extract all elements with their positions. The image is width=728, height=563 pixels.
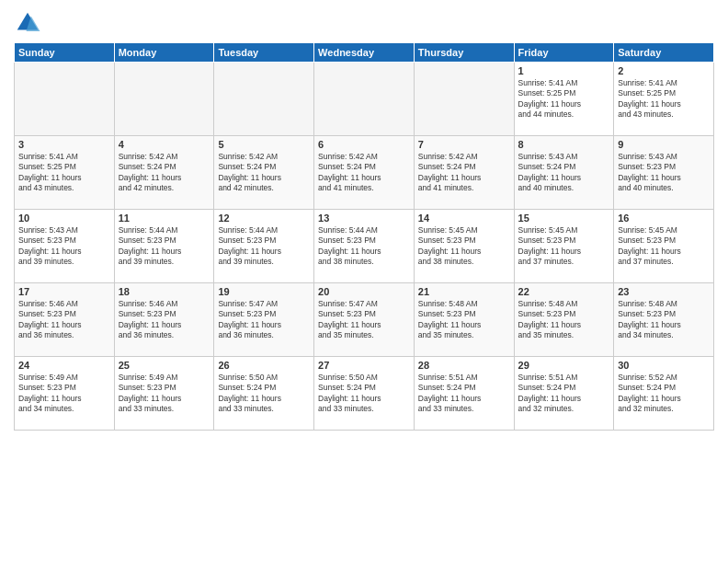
day-info: Sunrise: 5:49 AM Sunset: 5:23 PM Dayligh…: [119, 373, 210, 415]
day-info: Sunrise: 5:42 AM Sunset: 5:24 PM Dayligh…: [418, 152, 510, 194]
day-info: Sunrise: 5:50 AM Sunset: 5:24 PM Dayligh…: [218, 373, 310, 415]
page: SundayMondayTuesdayWednesdayThursdayFrid…: [0, 0, 728, 563]
day-cell: 27Sunrise: 5:50 AM Sunset: 5:24 PM Dayli…: [314, 357, 415, 431]
day-number: 20: [318, 286, 410, 297]
week-row-2: 3Sunrise: 5:41 AM Sunset: 5:25 PM Daylig…: [15, 136, 714, 210]
day-number: 22: [518, 286, 610, 297]
logo: [14, 9, 45, 37]
day-info: Sunrise: 5:42 AM Sunset: 5:24 PM Dayligh…: [119, 152, 210, 194]
day-number: 1: [518, 65, 610, 76]
day-number: 6: [318, 139, 410, 150]
day-number: 30: [618, 360, 710, 371]
day-info: Sunrise: 5:41 AM Sunset: 5:25 PM Dayligh…: [18, 152, 110, 194]
day-info: Sunrise: 5:45 AM Sunset: 5:23 PM Dayligh…: [618, 225, 710, 268]
header-row: SundayMondayTuesdayWednesdayThursdayFrid…: [15, 43, 714, 63]
day-number: 7: [418, 139, 510, 150]
day-cell: 30Sunrise: 5:52 AM Sunset: 5:24 PM Dayli…: [614, 357, 714, 431]
day-info: Sunrise: 5:48 AM Sunset: 5:23 PM Dayligh…: [418, 299, 510, 341]
header-cell-thursday: Thursday: [414, 43, 514, 63]
day-info: Sunrise: 5:51 AM Sunset: 5:24 PM Dayligh…: [418, 373, 510, 415]
day-cell: 11Sunrise: 5:44 AM Sunset: 5:23 PM Dayli…: [114, 210, 214, 283]
day-number: 13: [318, 213, 410, 224]
day-info: Sunrise: 5:46 AM Sunset: 5:23 PM Dayligh…: [18, 299, 110, 341]
header-cell-wednesday: Wednesday: [314, 43, 415, 63]
day-info: Sunrise: 5:47 AM Sunset: 5:23 PM Dayligh…: [318, 299, 410, 341]
day-number: 18: [119, 286, 210, 297]
day-info: Sunrise: 5:43 AM Sunset: 5:23 PM Dayligh…: [618, 152, 710, 194]
day-number: 11: [119, 213, 210, 224]
day-number: 14: [418, 213, 510, 224]
day-number: 29: [518, 360, 610, 371]
day-cell: 12Sunrise: 5:44 AM Sunset: 5:23 PM Dayli…: [214, 210, 314, 283]
day-number: 4: [119, 139, 210, 150]
day-cell: 28Sunrise: 5:51 AM Sunset: 5:24 PM Dayli…: [414, 357, 514, 431]
day-cell: 22Sunrise: 5:48 AM Sunset: 5:23 PM Dayli…: [514, 283, 614, 357]
day-cell: 5Sunrise: 5:42 AM Sunset: 5:24 PM Daylig…: [214, 136, 314, 210]
day-cell: 1Sunrise: 5:41 AM Sunset: 5:25 PM Daylig…: [514, 63, 614, 136]
header-cell-tuesday: Tuesday: [214, 43, 314, 63]
day-number: 27: [318, 360, 410, 371]
day-cell: 25Sunrise: 5:49 AM Sunset: 5:23 PM Dayli…: [114, 357, 214, 431]
day-number: 26: [218, 360, 310, 371]
day-number: 16: [618, 213, 710, 224]
day-info: Sunrise: 5:41 AM Sunset: 5:25 PM Dayligh…: [518, 78, 610, 121]
day-cell: 7Sunrise: 5:42 AM Sunset: 5:24 PM Daylig…: [414, 136, 514, 210]
day-info: Sunrise: 5:42 AM Sunset: 5:24 PM Dayligh…: [218, 152, 310, 194]
day-cell: 8Sunrise: 5:43 AM Sunset: 5:24 PM Daylig…: [514, 136, 614, 210]
day-info: Sunrise: 5:44 AM Sunset: 5:23 PM Dayligh…: [218, 225, 310, 268]
day-number: 9: [618, 139, 710, 150]
day-info: Sunrise: 5:43 AM Sunset: 5:24 PM Dayligh…: [518, 152, 610, 194]
header-cell-saturday: Saturday: [614, 43, 714, 63]
week-row-5: 24Sunrise: 5:49 AM Sunset: 5:23 PM Dayli…: [15, 357, 714, 431]
day-info: Sunrise: 5:41 AM Sunset: 5:25 PM Dayligh…: [618, 78, 710, 121]
day-info: Sunrise: 5:45 AM Sunset: 5:23 PM Dayligh…: [518, 225, 610, 268]
day-info: Sunrise: 5:42 AM Sunset: 5:24 PM Dayligh…: [318, 152, 410, 194]
day-info: Sunrise: 5:48 AM Sunset: 5:23 PM Dayligh…: [518, 299, 610, 341]
day-number: 19: [218, 286, 310, 297]
day-cell: 3Sunrise: 5:41 AM Sunset: 5:25 PM Daylig…: [15, 136, 115, 210]
day-number: 12: [218, 213, 310, 224]
day-info: Sunrise: 5:45 AM Sunset: 5:23 PM Dayligh…: [418, 225, 510, 268]
day-info: Sunrise: 5:47 AM Sunset: 5:23 PM Dayligh…: [218, 299, 310, 341]
day-cell: 18Sunrise: 5:46 AM Sunset: 5:23 PM Dayli…: [114, 283, 214, 357]
day-number: 24: [18, 360, 110, 371]
header-cell-friday: Friday: [514, 43, 614, 63]
day-number: 8: [518, 139, 610, 150]
day-info: Sunrise: 5:44 AM Sunset: 5:23 PM Dayligh…: [318, 225, 410, 268]
day-number: 3: [18, 139, 110, 150]
day-cell: 16Sunrise: 5:45 AM Sunset: 5:23 PM Dayli…: [614, 210, 714, 283]
day-info: Sunrise: 5:50 AM Sunset: 5:24 PM Dayligh…: [318, 373, 410, 415]
day-cell: 14Sunrise: 5:45 AM Sunset: 5:23 PM Dayli…: [414, 210, 514, 283]
day-cell: 24Sunrise: 5:49 AM Sunset: 5:23 PM Dayli…: [15, 357, 115, 431]
day-info: Sunrise: 5:48 AM Sunset: 5:23 PM Dayligh…: [618, 299, 710, 341]
day-info: Sunrise: 5:51 AM Sunset: 5:24 PM Dayligh…: [518, 373, 610, 415]
day-number: 23: [618, 286, 710, 297]
logo-icon: [14, 9, 41, 37]
day-cell: 13Sunrise: 5:44 AM Sunset: 5:23 PM Dayli…: [314, 210, 415, 283]
day-cell: 15Sunrise: 5:45 AM Sunset: 5:23 PM Dayli…: [514, 210, 614, 283]
day-cell: [15, 63, 115, 136]
day-cell: 21Sunrise: 5:48 AM Sunset: 5:23 PM Dayli…: [414, 283, 514, 357]
day-info: Sunrise: 5:49 AM Sunset: 5:23 PM Dayligh…: [18, 373, 110, 415]
day-number: 5: [218, 139, 310, 150]
day-number: 15: [518, 213, 610, 224]
header-cell-sunday: Sunday: [15, 43, 115, 63]
day-cell: 10Sunrise: 5:43 AM Sunset: 5:23 PM Dayli…: [15, 210, 115, 283]
day-number: 28: [418, 360, 510, 371]
day-cell: 4Sunrise: 5:42 AM Sunset: 5:24 PM Daylig…: [114, 136, 214, 210]
day-cell: 19Sunrise: 5:47 AM Sunset: 5:23 PM Dayli…: [214, 283, 314, 357]
day-cell: 17Sunrise: 5:46 AM Sunset: 5:23 PM Dayli…: [15, 283, 115, 357]
day-info: Sunrise: 5:52 AM Sunset: 5:24 PM Dayligh…: [618, 373, 710, 415]
day-cell: [114, 63, 214, 136]
calendar-table: SundayMondayTuesdayWednesdayThursdayFrid…: [14, 42, 714, 431]
header-cell-monday: Monday: [114, 43, 214, 63]
day-number: 2: [618, 65, 710, 76]
week-row-4: 17Sunrise: 5:46 AM Sunset: 5:23 PM Dayli…: [15, 283, 714, 357]
day-info: Sunrise: 5:44 AM Sunset: 5:23 PM Dayligh…: [119, 225, 210, 268]
day-cell: 2Sunrise: 5:41 AM Sunset: 5:25 PM Daylig…: [614, 63, 714, 136]
day-cell: 20Sunrise: 5:47 AM Sunset: 5:23 PM Dayli…: [314, 283, 415, 357]
day-cell: 26Sunrise: 5:50 AM Sunset: 5:24 PM Dayli…: [214, 357, 314, 431]
week-row-1: 1Sunrise: 5:41 AM Sunset: 5:25 PM Daylig…: [15, 63, 714, 136]
day-cell: 6Sunrise: 5:42 AM Sunset: 5:24 PM Daylig…: [314, 136, 415, 210]
day-number: 25: [119, 360, 210, 371]
